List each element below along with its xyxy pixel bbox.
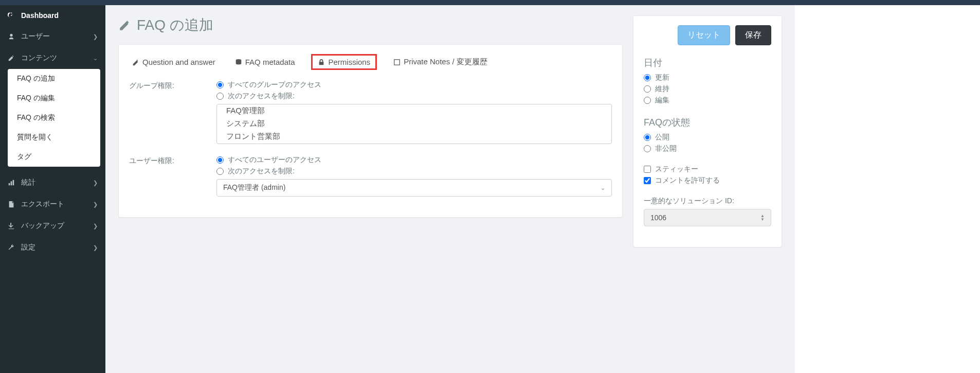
allow-comments-label: コメントを許可する [655, 176, 720, 185]
solution-id-label: 一意的なソリューション ID: [644, 197, 771, 206]
sidebar-item-settings[interactable]: 設定 ❯ [0, 237, 105, 258]
date-section: 日付 更新 維持 編集 [644, 57, 771, 105]
sticky-option[interactable]: スティッキー [644, 165, 771, 174]
user-restrict-label: 次のアクセスを制限: [228, 167, 295, 176]
sidebar-item-backup[interactable]: バックアップ ❯ [0, 215, 105, 237]
submenu-item-open-question[interactable]: 質問を開く [8, 128, 100, 147]
group-all-label: すべてのグループのアクセス [228, 80, 321, 90]
tab-faq-metadata[interactable]: FAQ metadata [232, 54, 298, 70]
group-option[interactable]: フロント営業部 [217, 130, 611, 143]
date-update-label: 更新 [655, 73, 669, 82]
chevron-right-icon: ❯ [93, 180, 98, 186]
user-permission-row: ユーザー権限: すべてのユーザーのアクセス 次のアクセスを制限: FAQ管理者 … [129, 155, 612, 197]
download-icon [8, 222, 17, 229]
page-title-text: FAQ の追加 [137, 15, 213, 35]
solution-id-section: 一意的なソリューション ID: 1006 ▲ ▼ [644, 197, 771, 226]
user-all-option[interactable]: すべてのユーザーのアクセス [216, 155, 612, 165]
state-private-label: 非公開 [655, 144, 677, 153]
side-column: リセット 保存 日付 更新 維持 編集 FAQの状態 [633, 15, 782, 247]
sidebar-label-settings: 設定 [21, 243, 93, 252]
edit-icon [8, 55, 17, 62]
tab-bar: Question and answer FAQ metadata Permiss… [129, 54, 612, 70]
group-option[interactable]: システム部 [217, 117, 611, 130]
sidebar-item-export[interactable]: エクスポート ❯ [0, 193, 105, 215]
chevron-down-icon: ⌄ [601, 185, 605, 191]
date-keep-radio[interactable] [644, 85, 651, 93]
sidebar-item-dashboard[interactable]: Dashboard [0, 5, 105, 26]
sidebar-label-backup: バックアップ [21, 221, 93, 230]
page-title: FAQ の追加 [118, 15, 623, 35]
group-restrict-option[interactable]: 次のアクセスを制限: [216, 92, 612, 101]
file-icon [8, 201, 17, 208]
state-public-radio[interactable] [644, 134, 651, 141]
sidebar-item-users[interactable]: ユーザー ❯ [0, 26, 105, 47]
date-edit-label: 編集 [655, 96, 669, 105]
user-all-radio[interactable] [216, 156, 224, 164]
submenu-item-tag[interactable]: タグ [8, 147, 100, 167]
allow-comments-option[interactable]: コメントを許可する [644, 176, 771, 185]
svg-rect-0 [9, 183, 10, 185]
sidebar-submenu-contents: FAQ の追加 FAQ の編集 FAQ の検索 質問を開く タグ [8, 69, 100, 167]
svg-rect-4 [394, 59, 400, 65]
date-heading: 日付 [644, 57, 771, 69]
reset-button[interactable]: リセット [678, 25, 730, 45]
tab-question-answer[interactable]: Question and answer [129, 54, 219, 70]
user-restrict-radio[interactable] [216, 168, 224, 175]
stepper-down-icon[interactable]: ▼ [760, 218, 765, 221]
sticky-checkbox[interactable] [644, 166, 651, 173]
date-update-option[interactable]: 更新 [644, 73, 771, 82]
save-button[interactable]: 保存 [735, 25, 771, 45]
chevron-right-icon: ❯ [93, 223, 98, 229]
user-restrict-option[interactable]: 次のアクセスを制限: [216, 167, 612, 176]
action-buttons: リセット 保存 [644, 25, 771, 45]
state-private-option[interactable]: 非公開 [644, 144, 771, 153]
dashboard-icon [8, 12, 17, 19]
chevron-down-icon: ⌄ [93, 55, 98, 62]
group-all-radio[interactable] [216, 81, 224, 88]
sidebar-label-export: エクスポート [21, 200, 93, 209]
group-option[interactable]: FAQ管理部 [217, 104, 611, 117]
state-public-option[interactable]: 公開 [644, 133, 771, 142]
date-keep-label: 維持 [655, 84, 669, 94]
group-listbox[interactable]: FAQ管理部 システム部 フロント営業部 [216, 104, 612, 144]
allow-comments-checkbox[interactable] [644, 177, 651, 184]
sidebar: Dashboard ユーザー ❯ コンテンツ ⌄ FAQ の追加 FAQ の編集… [0, 0, 105, 373]
sidebar-label-contents: コンテンツ [21, 54, 93, 63]
group-restrict-label: 次のアクセスを制限: [228, 92, 295, 101]
chevron-right-icon: ❯ [93, 33, 98, 40]
tab-label: Question and answer [142, 58, 215, 66]
date-keep-option[interactable]: 維持 [644, 84, 771, 94]
state-section: FAQの状態 公開 非公開 [644, 116, 771, 153]
chevron-right-icon: ❯ [93, 201, 98, 208]
user-permission-label: ユーザー権限: [129, 155, 206, 197]
user-select[interactable]: FAQ管理者 (admin) ⌄ [216, 179, 612, 197]
chevron-right-icon: ❯ [93, 244, 98, 251]
group-all-option[interactable]: すべてのグループのアクセス [216, 80, 612, 90]
submenu-item-faq-search[interactable]: FAQ の検索 [8, 108, 100, 128]
submenu-item-faq-edit[interactable]: FAQ の編集 [8, 88, 100, 108]
tab-permissions[interactable]: Permissions [311, 54, 377, 70]
sidebar-item-stats[interactable]: 統計 ❯ [0, 172, 105, 193]
user-select-value: FAQ管理者 (admin) [223, 183, 285, 192]
tab-label: FAQ metadata [245, 58, 295, 66]
date-edit-radio[interactable] [644, 97, 651, 104]
number-stepper[interactable]: ▲ ▼ [760, 214, 765, 221]
group-permission-label: グループ権限: [129, 80, 206, 144]
tab-private-notes[interactable]: Private Notes / 変更履歴 [390, 54, 491, 70]
user-all-label: すべてのユーザーのアクセス [228, 155, 321, 165]
submenu-item-faq-add[interactable]: FAQ の追加 [8, 69, 100, 88]
tab-label: Private Notes / 変更履歴 [404, 57, 487, 67]
edit-icon [118, 19, 132, 32]
sticky-label: スティッキー [655, 165, 698, 174]
sidebar-item-contents[interactable]: コンテンツ ⌄ [0, 47, 105, 69]
group-restrict-radio[interactable] [216, 93, 224, 100]
date-edit-option[interactable]: 編集 [644, 96, 771, 105]
sidebar-label-dashboard: Dashboard [21, 11, 98, 20]
solution-id-input[interactable]: 1006 ▲ ▼ [644, 209, 771, 226]
wrench-icon [8, 244, 17, 251]
date-update-radio[interactable] [644, 74, 651, 81]
sidebar-label-users: ユーザー [21, 32, 93, 41]
state-private-radio[interactable] [644, 145, 651, 152]
flags-section: スティッキー コメントを許可する [644, 165, 771, 185]
user-icon [8, 33, 17, 40]
